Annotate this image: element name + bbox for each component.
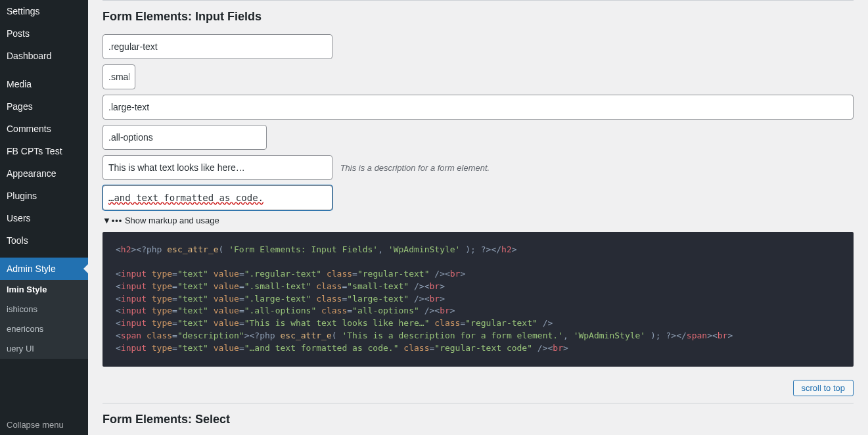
menu-users[interactable]: Users bbox=[0, 207, 88, 229]
input-description-example[interactable] bbox=[103, 155, 332, 180]
input-regular-text[interactable] bbox=[103, 34, 332, 59]
toggle-show-markup-inputs[interactable]: ▼ ••• Show markup and usage bbox=[103, 216, 854, 225]
menu-media[interactable]: Media bbox=[0, 73, 88, 95]
menu-tools[interactable]: Tools bbox=[0, 229, 88, 252]
menu-plugins[interactable]: Plugins bbox=[0, 185, 88, 207]
menu-settings[interactable]: Settings bbox=[0, 0, 88, 22]
scroll-to-top-button[interactable]: scroll to top bbox=[793, 380, 854, 396]
divider bbox=[103, 0, 854, 1]
input-all-options[interactable] bbox=[103, 125, 267, 150]
divider bbox=[103, 403, 854, 403]
submenu-dashicons[interactable]: ishicons bbox=[0, 300, 88, 319]
menu-comments[interactable]: Comments bbox=[0, 118, 88, 140]
menu-separator bbox=[0, 68, 88, 72]
menu-fb-cpts[interactable]: FB CPTs Test bbox=[0, 140, 88, 162]
menu-separator bbox=[0, 253, 88, 256]
input-large-text[interactable] bbox=[103, 95, 854, 120]
menu-dashboard[interactable]: Dashboard bbox=[0, 45, 88, 67]
main-content: Form Elements: Input Fields This is a de… bbox=[88, 0, 868, 435]
dots-icon: ••• bbox=[112, 216, 123, 225]
code-block-inputs: <h2><?php esc_attr_e( 'Form Elements: In… bbox=[103, 232, 854, 367]
admin-sidebar: Settings Posts Dashboard Media Pages Com… bbox=[0, 0, 88, 435]
section-title-input-fields: Form Elements: Input Fields bbox=[103, 10, 854, 24]
menu-appearance[interactable]: Appearance bbox=[0, 162, 88, 185]
submenu-jquery-ui[interactable]: uery UI bbox=[0, 339, 88, 359]
submenu-admin-style[interactable]: lmin Style bbox=[0, 280, 88, 300]
menu-admin-style[interactable]: Admin Style bbox=[0, 258, 88, 280]
submenu-genericons[interactable]: enericons bbox=[0, 319, 88, 339]
input-code-text[interactable] bbox=[103, 185, 332, 210]
submenu: lmin Style ishicons enericons uery UI bbox=[0, 280, 88, 359]
collapse-menu[interactable]: Collapse menu bbox=[0, 415, 88, 435]
section-title-select: Form Elements: Select bbox=[103, 413, 854, 426]
input-small-text[interactable] bbox=[103, 64, 135, 89]
menu-posts[interactable]: Posts bbox=[0, 22, 88, 45]
form-description: This is a description for a form element… bbox=[340, 163, 490, 173]
chevron-down-icon: ▼ bbox=[103, 216, 109, 225]
menu-pages[interactable]: Pages bbox=[0, 95, 88, 118]
